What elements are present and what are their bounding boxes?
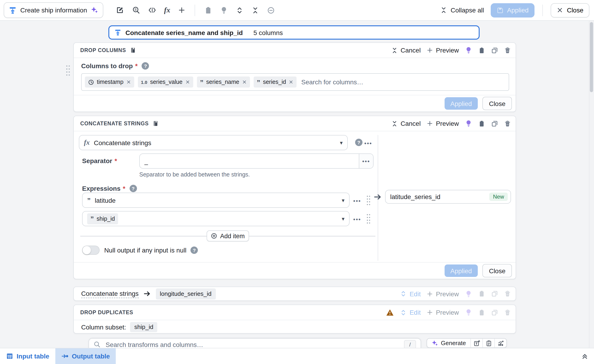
toolbar-divider [542, 4, 543, 16]
collapse-all-button[interactable]: Collapse all [440, 7, 484, 14]
more-options-icon[interactable]: ••• [353, 198, 361, 204]
lightbulb-icon[interactable] [465, 290, 472, 298]
lightbulb-icon[interactable] [465, 46, 472, 54]
drag-handle-icon[interactable] [366, 213, 371, 224]
ai-sparkles-icon[interactable] [91, 7, 98, 14]
drag-handle-icon[interactable] [366, 195, 371, 206]
help-icon[interactable]: ? [142, 62, 149, 70]
preview-button[interactable]: Preview [427, 120, 459, 127]
remove-tag-icon[interactable] [126, 80, 131, 84]
string-type-icon: ” [90, 217, 94, 221]
output-column-box[interactable]: latitude_series_id New [385, 190, 511, 204]
collapse-icon[interactable] [251, 6, 259, 14]
lightbulb-icon[interactable] [465, 309, 472, 316]
duplicate-icon[interactable] [491, 309, 498, 316]
duplicate-icon[interactable] [491, 290, 498, 297]
column-tag-series-value[interactable]: 1.0 series_value [138, 77, 193, 87]
column-tag-series-id[interactable]: ” series_id [253, 77, 297, 87]
edit-button[interactable]: Edit [400, 309, 421, 316]
expand-all-icon[interactable] [236, 6, 243, 14]
chart-suggestions-button[interactable] [494, 339, 506, 347]
add-item-button[interactable]: Add item [207, 230, 249, 241]
preview-button[interactable]: Preview [427, 309, 459, 316]
generate-button[interactable]: Generate [427, 339, 470, 347]
trash-icon[interactable] [504, 47, 511, 54]
lightbulb-icon[interactable] [465, 120, 472, 127]
paste-transforms-button[interactable] [482, 339, 494, 347]
board-title-button[interactable]: Create ship information [4, 2, 103, 18]
search-text-icon[interactable] [132, 6, 140, 14]
clipboard-icon[interactable] [478, 47, 485, 54]
scrollbar-thumb[interactable] [590, 22, 593, 92]
preview-button[interactable]: Preview [427, 46, 459, 54]
separator-label: Separator * [82, 157, 117, 165]
drop-duplicates-title: DROP DUPLICATES [80, 310, 133, 315]
string-type-icon: ” [257, 80, 260, 84]
help-icon[interactable]: ? [190, 246, 198, 254]
drag-handle-icon[interactable] [66, 65, 71, 77]
close-button[interactable]: Close [482, 264, 512, 277]
expression-select-2[interactable]: ” ship_id ▾ [82, 211, 350, 226]
separator-more-options[interactable]: ••• [359, 154, 373, 168]
trash-icon[interactable] [504, 309, 511, 316]
selected-node-card[interactable]: Concatenate series_name and ship_id 5 co… [108, 25, 480, 40]
column-tag-series-name[interactable]: ” series_name [197, 77, 250, 87]
preview-button[interactable]: Preview [427, 290, 459, 298]
expressions-label: Expressions * ? [82, 185, 137, 192]
applied-button[interactable]: Applied [444, 265, 478, 277]
drop-duplicates-card: DROP DUPLICATES Edit Preview [73, 304, 516, 334]
collapse-all-label: Collapse all [451, 7, 484, 14]
close-button[interactable]: Close [482, 97, 512, 110]
columns-to-drop-field[interactable]: timestamp 1.0 series_value ” series_name… [81, 73, 509, 91]
duplicate-icon[interactable] [491, 47, 498, 54]
help-icon[interactable]: ? [355, 139, 363, 146]
clipboard-icon[interactable] [478, 120, 485, 127]
add-icon[interactable] [178, 7, 185, 14]
column-subset-label: Column subset: [81, 323, 126, 331]
top-toolbar: Create ship information fx Collapse all [0, 0, 594, 21]
duplicate-icon[interactable] [491, 120, 498, 127]
add-text-transform-button[interactable] [470, 339, 482, 347]
applied-button[interactable]: Applied [444, 97, 478, 110]
remove-tag-icon[interactable] [242, 80, 247, 84]
collapsed-transform-name[interactable]: Concatenate strings [81, 290, 139, 298]
null-output-toggle[interactable] [82, 245, 100, 255]
expression-select-1[interactable]: ” latitude ▾ [82, 192, 350, 208]
remove-tag-icon[interactable] [185, 80, 190, 84]
expand-icon [400, 309, 407, 316]
expand-panel-icon[interactable] [581, 352, 588, 360]
column-search-input[interactable] [300, 78, 506, 86]
lightbulb-icon[interactable] [220, 6, 228, 14]
code-icon[interactable] [148, 6, 156, 14]
transform-node-icon [114, 29, 121, 36]
tab-input-table[interactable]: Input table [0, 348, 55, 364]
edit-button[interactable]: Edit [400, 290, 421, 298]
separator-input[interactable] [140, 157, 359, 165]
more-options-icon[interactable]: ••• [353, 216, 361, 223]
clipboard-icon[interactable] [478, 290, 485, 297]
clipboard-icon[interactable] [478, 309, 485, 316]
function-fx-icon[interactable]: fx [164, 6, 170, 14]
chart-trend-icon [497, 340, 504, 346]
cancel-button[interactable]: Cancel [391, 46, 421, 54]
trash-icon[interactable] [504, 290, 511, 297]
applied-button-top[interactable]: Applied [491, 3, 534, 17]
generate-button-group: Generate [427, 338, 507, 348]
remove-tag-icon[interactable] [289, 80, 294, 84]
maps-to-arrow-icon [374, 192, 382, 201]
function-select[interactable]: fx Concatenate strings ▾ [79, 135, 348, 150]
tab-output-table[interactable]: Output table [55, 348, 116, 364]
header-actions: Cancel Preview [391, 120, 511, 127]
cancel-button[interactable]: Cancel [391, 120, 421, 127]
remove-step-icon[interactable] [267, 6, 275, 14]
column-tag-timestamp[interactable]: timestamp [85, 77, 134, 87]
clipboard-icon[interactable] [204, 6, 212, 14]
save-icon [496, 7, 503, 13]
edit-note-icon[interactable] [116, 6, 124, 14]
more-options-icon[interactable]: ••• [364, 140, 372, 146]
trash-icon[interactable] [504, 120, 511, 127]
help-icon[interactable]: ? [129, 185, 137, 192]
close-panel-button[interactable]: Close [551, 3, 589, 17]
transform-search-input[interactable] [105, 340, 400, 349]
collapsed-transform-row[interactable]: Concatenate strings longitude_series_id … [73, 287, 516, 301]
